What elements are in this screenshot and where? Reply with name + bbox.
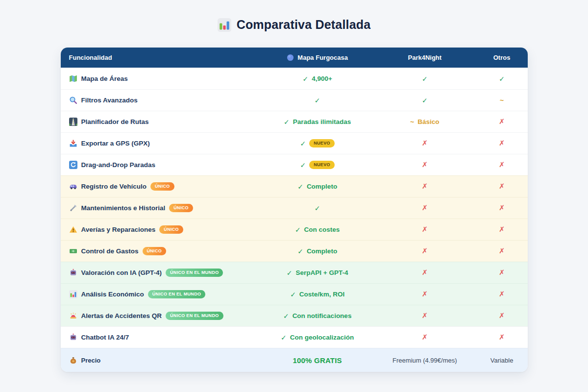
value-text: Básico (417, 118, 439, 125)
inbox-download-icon (69, 139, 77, 147)
cross-mark: ✗ (422, 183, 428, 190)
table-body: Mapa de Áreas✓4,900+✓✓Filtros Avanzados✓… (61, 68, 528, 348)
robot-icon (69, 269, 77, 277)
cross-mark: ✗ (422, 161, 428, 169)
cross-mark: ✗ (499, 312, 505, 319)
check-mark: ✓ (287, 270, 293, 276)
park4night-cell: ✗ (373, 247, 476, 255)
feature-label: Mantenimientos e Historial (81, 204, 166, 212)
van-icon (69, 182, 77, 191)
cross-mark: ✗ (499, 118, 505, 125)
park4night-cell: ✗ (373, 204, 476, 212)
feature-cell: Precio (61, 356, 262, 365)
feature-label: Registro de Vehículo (81, 183, 147, 190)
furgocasa-cell: ✓NUEVO (261, 139, 373, 147)
feature-label: Precio (81, 357, 101, 364)
page-title-text: Comparativa Detallada (237, 18, 371, 32)
header-park4night-label: Park4Night (408, 54, 442, 61)
warning-icon (69, 225, 77, 234)
unico-mundo-badge: ÚNICO EN EL MUNDO (166, 269, 223, 277)
feature-label: Valoración con IA (GPT-4) (81, 269, 162, 276)
table-row: Alertas de Accidentes QRÚNICO EN EL MUND… (61, 305, 528, 326)
otros-cell: ✗ (476, 269, 528, 276)
feature-cell: Mapa de Áreas (61, 74, 262, 83)
cross-mark: ✗ (499, 269, 505, 276)
otros-cell: ✗ (476, 183, 528, 190)
cross-mark: ✗ (499, 334, 505, 341)
otros-cell: ~ (476, 97, 528, 104)
feature-cell: Alertas de Accidentes QRÚNICO EN EL MUND… (61, 312, 262, 320)
cross-mark: ✗ (499, 226, 505, 233)
check-mark: ✓ (302, 75, 308, 82)
check-mark: ✓ (284, 119, 290, 125)
cross-mark: ✗ (499, 204, 505, 212)
otros-cell: ✗ (476, 204, 528, 212)
page-title: Comparativa Detallada (0, 18, 588, 32)
furgocasa-cell: ✓Completo (261, 183, 373, 190)
feature-label: Drag-and-Drop Paradas (81, 161, 156, 169)
bar-chart-icon (218, 18, 231, 32)
furgocasa-cell: 100% GRATIS (261, 356, 373, 365)
check-mark: ✓ (281, 334, 287, 341)
value-text: Coste/km, ROI (299, 291, 344, 298)
cross-mark: ✗ (422, 247, 428, 255)
park4night-cell: ✗ (373, 161, 476, 169)
park4night-cell: ✗ (373, 334, 476, 341)
check-mark: ✓ (499, 75, 505, 82)
furgocasa-cell: ✓Coste/km, ROI (261, 291, 373, 298)
park4night-cell: ✗ (373, 312, 476, 319)
furgocasa-cell: ✓4,900+ (261, 75, 373, 82)
feature-label: Planificador de Rutas (81, 118, 149, 125)
check-mark: ✓ (290, 291, 296, 298)
world-map-icon (69, 74, 77, 83)
table-row: Control de GastosÚNICO✓Completo✗✗ (61, 240, 528, 262)
feature-label: Averías y Reparaciones (81, 226, 156, 233)
tilde-mark: ~ (410, 119, 414, 125)
cross-mark: ✗ (499, 161, 505, 169)
otros-cell: ✗ (476, 226, 528, 233)
otros-cell: ✗ (476, 291, 528, 298)
check-mark: ✓ (422, 97, 428, 104)
furgocasa-cell: ✓NUEVO (261, 161, 373, 169)
furgocasa-cell: ✓ (261, 205, 373, 212)
comparison-table: Funcionalidad Mapa Furgocasa Park4Night … (61, 48, 528, 372)
cross-mark: ✗ (422, 334, 428, 341)
cross-mark: ✗ (422, 291, 428, 298)
feature-label: Mapa de Áreas (81, 75, 128, 82)
header-mapa-furgocasa: Mapa Furgocasa (261, 54, 373, 61)
table-row: Filtros Avanzados✓✓~ (61, 89, 528, 111)
table-row: Chatbot IA 24/7✓Con geolocalización✗✗ (61, 326, 528, 348)
unico-mundo-badge: ÚNICO EN EL MUNDO (148, 290, 205, 298)
cross-mark: ✗ (422, 140, 428, 147)
banknote-icon (69, 247, 77, 255)
otros-cell: ✗ (476, 247, 528, 255)
unico-badge: ÚNICO (159, 225, 183, 234)
check-mark: ✓ (315, 205, 320, 212)
otros-cell: ✗ (476, 161, 528, 169)
header-funcionalidad-label: Funcionalidad (69, 54, 112, 61)
nuevo-badge: NUEVO (309, 161, 335, 169)
header-otros-label: Otros (493, 54, 511, 61)
feature-cell: Valoración con IA (GPT-4)ÚNICO EN EL MUN… (61, 269, 262, 277)
bar-chart-icon (69, 290, 77, 298)
cross-mark: ✗ (422, 312, 428, 319)
check-mark: ✓ (297, 183, 303, 190)
comparison-table-container: Funcionalidad Mapa Furgocasa Park4Night … (61, 48, 528, 372)
otros-cell: Variable (476, 357, 528, 364)
moneybag-icon (69, 356, 77, 365)
value-text: Completo (307, 183, 337, 190)
wrench-icon (69, 204, 77, 212)
tilde-mark: ~ (500, 97, 504, 104)
feature-cell: Filtros Avanzados (61, 96, 262, 104)
otros-cell: ✗ (476, 140, 528, 147)
check-mark: ✓ (422, 75, 428, 82)
table-row: Análisis EconómicoÚNICO EN EL MUNDO✓Cost… (61, 283, 528, 305)
furgocasa-cell: ✓Completo (261, 247, 373, 255)
siren-icon (69, 312, 77, 320)
park4night-cell: ✓ (373, 75, 476, 82)
check-mark: ✓ (295, 226, 301, 233)
park4night-cell: ~Básico (373, 118, 476, 125)
feature-label: Control de Gastos (81, 247, 139, 255)
furgocasa-cell: ✓ (261, 97, 373, 104)
price-value: Freemium (4.99€/mes) (392, 357, 457, 364)
